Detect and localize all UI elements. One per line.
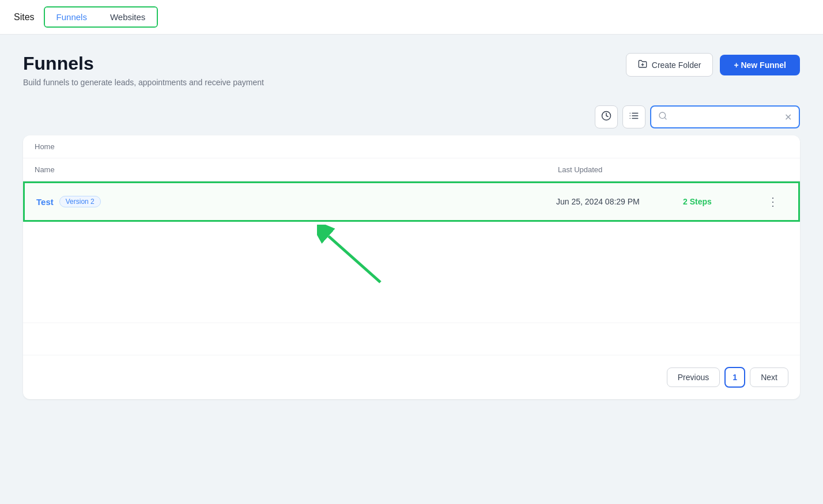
list-icon xyxy=(629,111,639,123)
page-title-block: Funnels Build funnels to generate leads,… xyxy=(23,53,264,87)
table-row[interactable]: Test Version 2 Jun 25, 2024 08:29 PM 2 S… xyxy=(23,181,800,222)
new-funnel-button[interactable]: + New Funnel xyxy=(720,55,800,75)
next-button[interactable]: Next xyxy=(750,367,788,387)
create-folder-label: Create Folder xyxy=(652,60,701,70)
table-body: Test Version 2 Jun 25, 2024 08:29 PM 2 S… xyxy=(23,181,800,355)
top-nav: Sites Funnels Websites xyxy=(0,0,823,35)
row-name-cell: Test Version 2 xyxy=(36,196,556,207)
svg-line-12 xyxy=(329,236,380,282)
breadcrumb: Home xyxy=(23,135,800,158)
table-row-empty-1 xyxy=(23,291,800,323)
tab-funnels[interactable]: Funnels xyxy=(45,7,99,26)
svg-line-10 xyxy=(665,118,666,119)
col-actions xyxy=(765,165,788,174)
clock-icon xyxy=(601,111,611,123)
pagination-row: Previous 1 Next xyxy=(23,355,800,399)
header-actions: Create Folder + New Funnel xyxy=(626,53,800,77)
search-clear-icon[interactable]: ✕ xyxy=(784,112,792,123)
table-card: Home Name Last Updated Test Version 2 Ju… xyxy=(23,135,800,399)
col-last-updated: Last Updated xyxy=(558,165,685,174)
funnel-name-link[interactable]: Test xyxy=(36,197,54,207)
steps-count: 2 Steps xyxy=(683,197,764,206)
sites-label: Sites xyxy=(14,12,35,22)
table-row-empty-2 xyxy=(23,323,800,355)
more-icon: ⋮ xyxy=(767,195,779,209)
page-subtitle: Build funnels to generate leads, appoint… xyxy=(23,78,264,87)
create-folder-button[interactable]: Create Folder xyxy=(626,53,713,77)
page-title: Funnels xyxy=(23,53,264,74)
page-header: Funnels Build funnels to generate leads,… xyxy=(23,53,800,87)
col-steps xyxy=(685,165,765,174)
toolbar-row: ✕ xyxy=(23,105,800,128)
list-view-button[interactable] xyxy=(622,105,645,128)
last-updated: Jun 25, 2024 08:29 PM xyxy=(556,197,683,206)
folder-icon xyxy=(638,59,647,70)
previous-button[interactable]: Previous xyxy=(667,367,720,387)
version-badge: Version 2 xyxy=(59,196,101,207)
page-number-1[interactable]: 1 xyxy=(724,367,745,388)
clock-view-button[interactable] xyxy=(595,105,618,128)
arrow-annotation xyxy=(23,222,800,291)
main-content: Funnels Build funnels to generate leads,… xyxy=(0,35,823,418)
breadcrumb-home[interactable]: Home xyxy=(35,142,55,151)
search-box: ✕ xyxy=(650,105,800,128)
search-input[interactable] xyxy=(672,112,780,122)
green-arrow-icon xyxy=(317,225,386,288)
table-header: Name Last Updated xyxy=(23,158,800,181)
tab-container: Funnels Websites xyxy=(44,6,158,28)
more-options-button[interactable]: ⋮ xyxy=(764,192,782,211)
tab-websites[interactable]: Websites xyxy=(99,7,157,26)
col-name: Name xyxy=(35,165,558,174)
search-icon xyxy=(658,111,667,123)
